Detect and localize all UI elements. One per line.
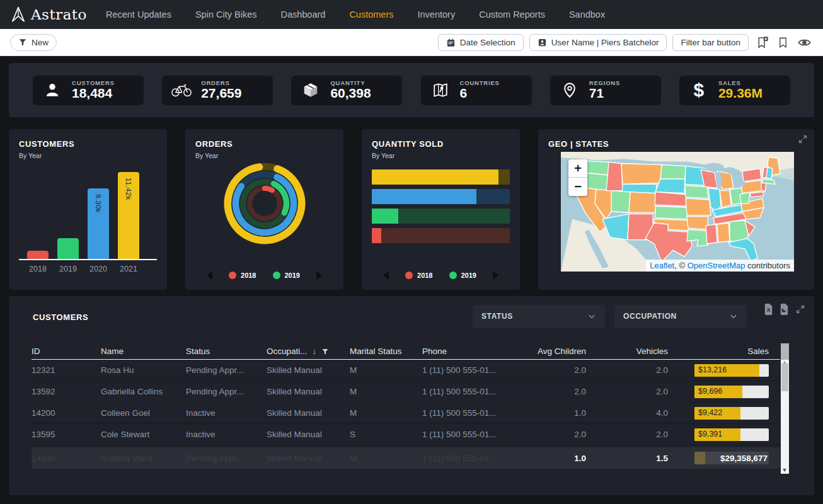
total-sales: $29,358,677	[694, 452, 769, 464]
nav-item-dashboard[interactable]: Dashboard	[280, 9, 325, 20]
sort-desc-icon[interactable]: ↓	[313, 346, 317, 356]
kpi-countries[interactable]: COUNTRIES 6	[421, 76, 532, 105]
col-status[interactable]: Status	[186, 346, 267, 356]
nav-item-customers[interactable]: Customers	[349, 9, 393, 20]
col-sales[interactable]: Sales	[674, 346, 769, 356]
nav-item-inventory[interactable]: Inventory	[418, 9, 456, 20]
col-id[interactable]: ID	[32, 346, 101, 356]
table-row[interactable]: 12321 Rosa Hu Pending Appr... Skilled Ma…	[32, 360, 780, 381]
col-vehicles[interactable]: Vehicles	[592, 346, 674, 356]
svg-text:X: X	[767, 307, 771, 313]
expand-icon[interactable]	[795, 304, 805, 314]
person-icon	[42, 82, 63, 98]
document-export-icon[interactable]	[780, 304, 789, 315]
date-selection-button[interactable]: Date Selection	[438, 34, 524, 51]
table-header-row: ID Name Status Occupati... ↓ Marital Sta…	[32, 343, 780, 360]
sales-bar: $9,391	[694, 428, 769, 441]
scroll-down-arrow[interactable]	[783, 469, 786, 472]
brand[interactable]: Astrato	[10, 6, 87, 23]
openstreetmap-link[interactable]: OpenStreetMap	[688, 261, 745, 270]
box-icon	[300, 82, 321, 98]
quantity-hbar-plot	[372, 169, 510, 243]
expand-icon[interactable]	[798, 134, 808, 144]
bookmark-button[interactable]	[776, 35, 790, 50]
bookmark-icon	[777, 37, 789, 49]
legend-prev-arrow[interactable]	[383, 271, 389, 280]
filter-bar-button[interactable]: Filter bar button	[672, 34, 749, 51]
usa-choropleth	[561, 152, 794, 272]
map-icon	[430, 82, 451, 98]
view-button[interactable]	[796, 34, 813, 51]
orders-donut	[195, 161, 333, 246]
map-zoom-control: + −	[568, 159, 587, 196]
legend-item-2019[interactable]: 2019	[273, 272, 300, 279]
col-name[interactable]: Name	[101, 346, 186, 356]
user-button[interactable]: User Name | Piers Batchelor	[529, 34, 667, 51]
zoom-in-button[interactable]: +	[568, 159, 587, 178]
pin-icon	[559, 82, 580, 98]
eye-icon	[797, 35, 812, 50]
new-filter-button[interactable]: New	[10, 34, 57, 51]
occupation-filter-dropdown[interactable]: OCCUPATION	[614, 305, 747, 328]
dollar-icon: $	[688, 81, 710, 100]
table-row[interactable]: 13592 Gabriella Collins Pending Appr... …	[32, 381, 780, 403]
total-avg-children: 1.0	[523, 454, 592, 463]
nav-item-spin-city-bikes[interactable]: Spin City Bikes	[195, 9, 257, 20]
bar-2021[interactable]: 11.42k	[118, 172, 139, 259]
chart-title: CUSTOMERS	[19, 139, 157, 149]
col-phone[interactable]: Phone	[422, 346, 523, 356]
excel-export-icon[interactable]: X	[764, 304, 773, 315]
leaflet-map[interactable]: + −	[561, 152, 794, 272]
hbar-2019[interactable]	[372, 209, 510, 224]
legend-next-arrow[interactable]	[316, 271, 322, 280]
chart-subtitle: By Year	[19, 152, 157, 159]
user-badge-icon	[538, 38, 547, 47]
scrollbar-thumb[interactable]	[781, 364, 788, 391]
kpi-orders[interactable]: ORDERS 27,659	[162, 76, 273, 105]
kpi-sales[interactable]: $ SALES 29.36M	[679, 76, 790, 105]
kpi-regions[interactable]: REGIONS 71	[550, 76, 661, 105]
hbar-2020[interactable]	[372, 189, 510, 204]
brand-name: Astrato	[31, 6, 87, 23]
kpi-strip: CUSTOMERS 18,484 ORDERS 27,659 QUANTITY …	[9, 63, 814, 117]
legend-item-2019[interactable]: 2019	[449, 272, 476, 279]
bar-2018[interactable]	[27, 251, 49, 259]
table-row[interactable]: 13595 Cole Stewart Inactive Skilled Manu…	[32, 424, 780, 445]
bar-2019[interactable]	[57, 238, 79, 259]
legend-item-2018[interactable]: 2018	[229, 272, 256, 279]
status-filter-dropdown[interactable]: STATUS	[473, 305, 605, 328]
funnel-icon	[18, 38, 27, 47]
leaflet-link[interactable]: Leaflet	[650, 261, 674, 270]
charts-row: CUSTOMERS By Year 9.30k11.42k 2018201920…	[9, 129, 814, 290]
sales-bar: $9,696	[694, 386, 769, 398]
zoom-out-button[interactable]: −	[568, 178, 587, 196]
legend-prev-arrow[interactable]	[207, 271, 212, 280]
nav-item-recent-updates[interactable]: Recent Updates	[106, 9, 171, 20]
kpi-quantity[interactable]: QUANTITY 60,398	[291, 76, 402, 105]
customers-bar-plot: 9.30k11.42k	[19, 171, 157, 260]
customers-bar-xaxis: 2018201920202021	[19, 265, 157, 273]
chevron-down-icon	[729, 312, 738, 321]
hbar-2021[interactable]	[372, 169, 510, 185]
table-scrollbar[interactable]	[781, 343, 789, 474]
table-title: CUSTOMERS	[33, 312, 88, 322]
bookmark-add-button[interactable]	[754, 35, 770, 50]
map-title: GEO | STATES	[548, 139, 804, 149]
orders-chart-panel: ORDERS By Year 20182019	[185, 129, 343, 290]
kpi-customers[interactable]: CUSTOMERS 18,484	[33, 76, 144, 105]
top-nav: Astrato Recent Updates Spin City Bikes D…	[0, 0, 823, 29]
nav-item-custom-reports[interactable]: Custom Reports	[479, 9, 545, 20]
col-marital-status[interactable]: Marital Status	[350, 346, 422, 356]
dashboard-content: CUSTOMERS 18,484 ORDERS 27,659 QUANTITY …	[0, 56, 823, 504]
nav-item-sandbox[interactable]: Sandbox	[569, 9, 605, 20]
table-row[interactable]: 14200 Colleen Goel Inactive Skilled Manu…	[32, 403, 780, 424]
col-occupation[interactable]: Occupati... ↓	[267, 346, 350, 356]
column-filter-icon[interactable]	[321, 348, 329, 355]
bar-2020[interactable]: 9.30k	[88, 188, 109, 259]
col-avg-children[interactable]: Avg Children	[523, 346, 592, 356]
legend-item-2018[interactable]: 2018	[405, 272, 432, 279]
hbar-2018[interactable]	[372, 228, 510, 243]
geo-states-panel: GEO | STATES + −	[538, 129, 814, 290]
quantity-chart-panel: QUANTITY SOLD By Year 20182019	[362, 129, 520, 290]
legend-next-arrow[interactable]	[493, 271, 498, 280]
